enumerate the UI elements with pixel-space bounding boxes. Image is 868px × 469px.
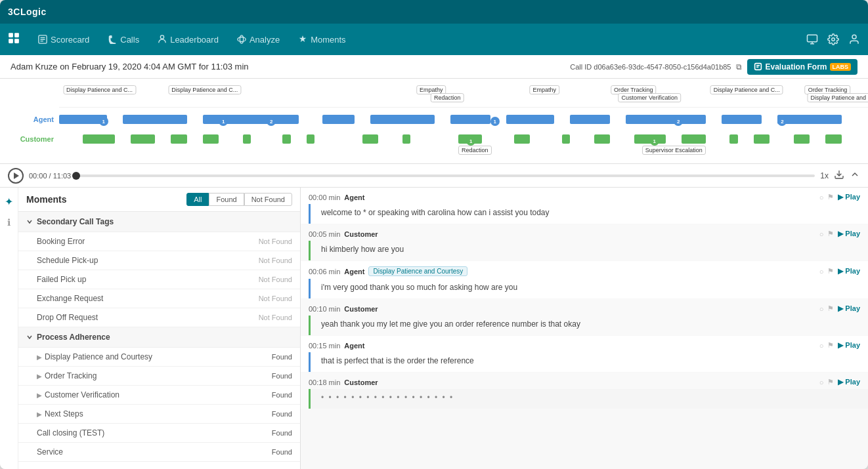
evaluation-form-button[interactable]: Evaluation Form LABS (747, 59, 857, 75)
svg-point-14 (832, 38, 835, 41)
settings-icon[interactable] (827, 33, 839, 45)
transcript-time-5: 00:15 min (309, 342, 340, 350)
circle-icon-4[interactable]: ○ (819, 305, 824, 313)
nav-moments[interactable]: Moments (290, 31, 353, 49)
filter-all[interactable]: All (186, 193, 209, 206)
svg-rect-0 (9, 33, 13, 37)
moment-failed-pickup: Failed Pick up Not Found (18, 270, 300, 289)
play-transcript-btn-4[interactable]: ▶ Play (838, 304, 860, 313)
play-transcript-btn-3[interactable]: ▶ Play (838, 267, 860, 275)
moment-next-steps[interactable]: ▶ Next Steps Found (18, 405, 300, 424)
agent-moment-dot-6: 2 (777, 117, 787, 126)
play-transcript-btn-2[interactable]: ▶ Play (838, 230, 860, 238)
play-transcript-btn-1[interactable]: ▶ Play (838, 193, 860, 201)
moment-booking-error: Booking Error Not Found (18, 232, 300, 251)
nav-calls[interactable]: Calls (100, 31, 147, 49)
svg-point-9 (238, 37, 246, 42)
transcript-entry-4: 00:10 min Customer ○ ⚑ ▶ Play yeah thank… (301, 299, 868, 335)
moment-display-patience[interactable]: ▶ Display Patience and Courtesy Found (18, 348, 300, 367)
play-transcript-btn-6[interactable]: ▶ Play (838, 378, 860, 386)
transcript-text-5: that is perfect that is the order the re… (309, 352, 868, 372)
transcript-text-1: welcome to * or speaking with carolina h… (309, 204, 868, 224)
expand-icon: ▶ (37, 373, 42, 380)
user-icon[interactable] (848, 33, 860, 45)
circle-icon-5[interactable]: ○ (819, 342, 824, 350)
play-transcript-btn-5[interactable]: ▶ Play (838, 341, 860, 350)
transcript-area: 00:00 min Agent ○ ⚑ ▶ Play welcome to * … (301, 188, 868, 469)
svg-rect-11 (808, 35, 817, 42)
nav-leaderboard[interactable]: Leaderboard (150, 31, 227, 49)
svg-rect-2 (9, 39, 13, 43)
svg-point-15 (852, 35, 856, 39)
expand-icon: ▶ (37, 392, 42, 399)
flag-icon-2[interactable]: ⚑ (827, 230, 834, 238)
transcript-entry-6: 00:18 min Customer ○ ⚑ ▶ Play • • • • • … (301, 373, 868, 409)
transcript-speaker-5: Agent (344, 342, 364, 350)
transcript-speaker-1: Agent (344, 194, 364, 201)
flag-icon-6[interactable]: ⚑ (827, 378, 834, 386)
transcript-entry-5: 00:15 min Agent ○ ⚑ ▶ Play that is perfe… (301, 336, 868, 372)
flag-icon-5[interactable]: ⚑ (827, 341, 834, 350)
moment-customer-verification[interactable]: ▶ Customer Verification Found (18, 386, 300, 405)
customer-moment-dot-1: 1 (466, 136, 475, 146)
transcript-text-4: yeah thank you my let me give you an ord… (309, 316, 868, 335)
transcript-speaker-6: Customer (344, 378, 378, 386)
flag-icon-1[interactable]: ⚑ (827, 193, 834, 201)
agent-label: Agent (0, 115, 59, 123)
moment-call-closing: Call closing (TEST) Found (18, 424, 300, 443)
transcript-speaker-3: Agent (344, 268, 364, 275)
moment-tag-display-patience-2: Display Patience and C... (168, 85, 241, 94)
moments-list: Secondary Call Tags Booking Error Not Fo… (18, 212, 300, 469)
moment-exchange-request: Exchange Request Not Found (18, 289, 300, 308)
agent-moment-dot-5: 2 (674, 117, 683, 126)
copy-icon[interactable]: ⧉ (736, 62, 742, 71)
play-button[interactable] (8, 168, 24, 184)
secondary-call-tags-section[interactable]: Secondary Call Tags (18, 212, 300, 232)
process-adherence-section[interactable]: Process Adherence (18, 327, 300, 348)
agent-moment-dot-2: 1 (219, 117, 228, 126)
speed-indicator[interactable]: 1x (820, 171, 829, 180)
circle-icon-1[interactable]: ○ (819, 194, 824, 201)
transcript-speaker-2: Customer (344, 230, 378, 238)
moment-dropoff-request: Drop Off Request Not Found (18, 308, 300, 327)
flag-icon-4[interactable]: ⚑ (827, 304, 834, 313)
circle-icon-3[interactable]: ○ (819, 268, 824, 275)
moment-tag-display-patience-3: Display Patience and C... (710, 85, 783, 94)
expand-icon: ▶ (37, 411, 42, 418)
transcript-time-3: 00:06 min (309, 268, 340, 275)
transcript-entry-2: 00:05 min Customer ○ ⚑ ▶ Play hi kimberl… (301, 224, 868, 260)
agent-moment-dot-1: 1 (99, 117, 108, 126)
download-button[interactable] (834, 169, 844, 182)
collapse-button[interactable] (850, 169, 860, 182)
grid-icon[interactable] (8, 32, 20, 47)
nav-analyze[interactable]: Analyze (229, 31, 288, 49)
redaction-tag: Redaction (458, 146, 492, 155)
svg-point-8 (161, 35, 164, 39)
supervisor-tag: Supervisor Escalation (642, 146, 706, 155)
labs-badge: LABS (830, 63, 852, 71)
svg-point-10 (240, 35, 243, 43)
expand-icon: ▶ (37, 354, 42, 361)
filter-not-found[interactable]: Not Found (244, 193, 292, 206)
transcript-text-6: • • • • • • • • • • • • • • • • • • (309, 389, 868, 409)
transcript-time-6: 00:18 min (309, 378, 340, 386)
transcript-entry-3: 00:06 min Agent Display Patience and Cou… (301, 261, 868, 298)
circle-icon-6[interactable]: ○ (819, 378, 824, 386)
monitor-icon[interactable] (806, 33, 818, 45)
moment-tag-display-patience-4: Display Patience and C... (808, 93, 869, 102)
filter-found[interactable]: Found (209, 193, 244, 206)
info-side-icon[interactable]: ℹ (7, 217, 11, 228)
nav-scorecard[interactable]: Scorecard (30, 31, 97, 49)
transcript-speaker-4: Customer (344, 305, 378, 313)
moments-title: Moments (26, 194, 66, 205)
transcript-text-3: i'm very good thank you so much for aski… (309, 279, 868, 298)
sparkle-side-icon[interactable]: ✦ (5, 195, 13, 208)
moment-tag-display-patience-1: Display Patience and C... (63, 85, 136, 94)
transcript-entry-1: 00:00 min Agent ○ ⚑ ▶ Play welcome to * … (301, 188, 868, 224)
progress-bar[interactable] (76, 174, 815, 177)
flag-icon-3[interactable]: ⚑ (827, 267, 834, 275)
agent-moment-dot-3: 2 (267, 117, 276, 126)
transcript-time-4: 00:10 min (309, 305, 340, 313)
moment-order-tracking[interactable]: ▶ Order Tracking Found (18, 367, 300, 386)
circle-icon-2[interactable]: ○ (819, 230, 824, 238)
